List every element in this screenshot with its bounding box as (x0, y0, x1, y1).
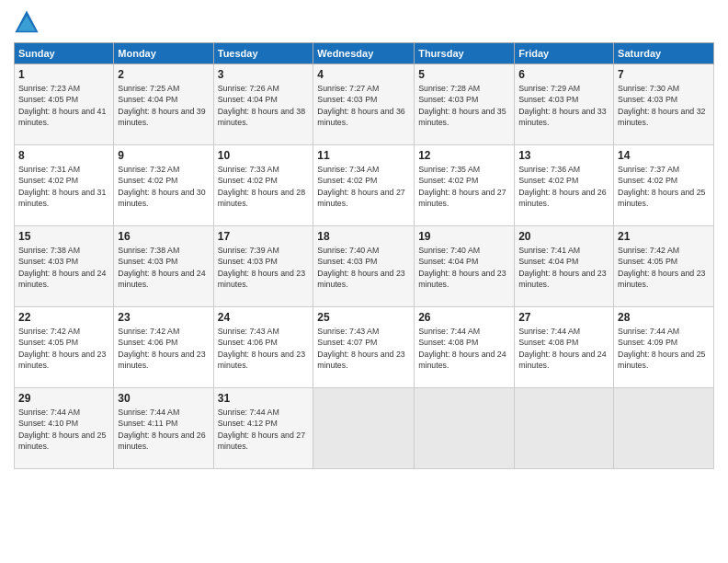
day-number: 8 (18, 149, 109, 162)
day-info: Sunrise: 7:42 AM Sunset: 4:06 PM Dayligh… (118, 326, 209, 371)
calendar-week-row: 8 Sunrise: 7:31 AM Sunset: 4:02 PM Dayli… (15, 145, 714, 226)
day-number: 25 (317, 311, 410, 324)
day-info: Sunrise: 7:38 AM Sunset: 4:03 PM Dayligh… (118, 245, 209, 290)
calendar-day-cell: 6 Sunrise: 7:29 AM Sunset: 4:03 PM Dayli… (515, 64, 614, 145)
weekday-header: Tuesday (213, 43, 313, 64)
calendar-day-cell: 11 Sunrise: 7:34 AM Sunset: 4:02 PM Dayl… (313, 145, 415, 226)
calendar-day-cell: 17 Sunrise: 7:39 AM Sunset: 4:03 PM Dayl… (213, 226, 313, 307)
day-info: Sunrise: 7:27 AM Sunset: 4:03 PM Dayligh… (317, 83, 410, 128)
day-info: Sunrise: 7:34 AM Sunset: 4:02 PM Dayligh… (317, 164, 410, 209)
calendar-day-cell: 30 Sunrise: 7:44 AM Sunset: 4:11 PM Dayl… (114, 388, 213, 469)
day-number: 9 (118, 149, 209, 162)
header (14, 9, 714, 35)
calendar-day-cell (614, 388, 714, 469)
weekday-header: Monday (114, 43, 213, 64)
day-number: 6 (518, 68, 609, 81)
day-number: 10 (218, 149, 310, 162)
day-number: 20 (518, 230, 609, 243)
calendar-week-row: 22 Sunrise: 7:42 AM Sunset: 4:05 PM Dayl… (15, 307, 714, 388)
day-number: 28 (618, 311, 710, 324)
calendar-day-cell: 22 Sunrise: 7:42 AM Sunset: 4:05 PM Dayl… (15, 307, 114, 388)
day-number: 23 (118, 311, 209, 324)
day-info: Sunrise: 7:33 AM Sunset: 4:02 PM Dayligh… (218, 164, 310, 209)
calendar-day-cell (415, 388, 515, 469)
day-number: 15 (18, 230, 109, 243)
day-info: Sunrise: 7:44 AM Sunset: 4:09 PM Dayligh… (618, 326, 710, 371)
day-info: Sunrise: 7:28 AM Sunset: 4:03 PM Dayligh… (418, 83, 510, 128)
calendar-day-cell: 7 Sunrise: 7:30 AM Sunset: 4:03 PM Dayli… (614, 64, 714, 145)
calendar-day-cell: 26 Sunrise: 7:44 AM Sunset: 4:08 PM Dayl… (415, 307, 515, 388)
calendar-day-cell: 10 Sunrise: 7:33 AM Sunset: 4:02 PM Dayl… (213, 145, 313, 226)
calendar-day-cell: 4 Sunrise: 7:27 AM Sunset: 4:03 PM Dayli… (313, 64, 415, 145)
day-number: 12 (418, 149, 510, 162)
day-number: 26 (418, 311, 510, 324)
calendar-day-cell: 28 Sunrise: 7:44 AM Sunset: 4:09 PM Dayl… (614, 307, 714, 388)
day-number: 21 (618, 230, 710, 243)
weekday-header: Thursday (415, 43, 515, 64)
calendar-day-cell: 1 Sunrise: 7:23 AM Sunset: 4:05 PM Dayli… (15, 64, 114, 145)
weekday-header: Friday (515, 43, 614, 64)
day-info: Sunrise: 7:40 AM Sunset: 4:04 PM Dayligh… (418, 245, 510, 290)
calendar-day-cell: 9 Sunrise: 7:32 AM Sunset: 4:02 PM Dayli… (114, 145, 213, 226)
calendar-day-cell (313, 388, 415, 469)
calendar-day-cell: 23 Sunrise: 7:42 AM Sunset: 4:06 PM Dayl… (114, 307, 213, 388)
page: SundayMondayTuesdayWednesdayThursdayFrid… (0, 0, 728, 563)
day-number: 31 (218, 392, 310, 405)
day-info: Sunrise: 7:30 AM Sunset: 4:03 PM Dayligh… (618, 83, 710, 128)
calendar-week-row: 15 Sunrise: 7:38 AM Sunset: 4:03 PM Dayl… (15, 226, 714, 307)
day-info: Sunrise: 7:44 AM Sunset: 4:10 PM Dayligh… (18, 407, 109, 452)
weekday-header: Saturday (614, 43, 714, 64)
day-number: 4 (317, 68, 410, 81)
calendar-day-cell: 20 Sunrise: 7:41 AM Sunset: 4:04 PM Dayl… (515, 226, 614, 307)
day-info: Sunrise: 7:43 AM Sunset: 4:06 PM Dayligh… (218, 326, 310, 371)
day-number: 14 (618, 149, 710, 162)
calendar-day-cell: 25 Sunrise: 7:43 AM Sunset: 4:07 PM Dayl… (313, 307, 415, 388)
day-info: Sunrise: 7:36 AM Sunset: 4:02 PM Dayligh… (518, 164, 609, 209)
day-info: Sunrise: 7:25 AM Sunset: 4:04 PM Dayligh… (118, 83, 209, 128)
day-info: Sunrise: 7:23 AM Sunset: 4:05 PM Dayligh… (18, 83, 109, 128)
calendar-day-cell (515, 388, 614, 469)
calendar-week-row: 29 Sunrise: 7:44 AM Sunset: 4:10 PM Dayl… (15, 388, 714, 469)
day-info: Sunrise: 7:39 AM Sunset: 4:03 PM Dayligh… (218, 245, 310, 290)
day-info: Sunrise: 7:42 AM Sunset: 4:05 PM Dayligh… (618, 245, 710, 290)
day-number: 3 (218, 68, 310, 81)
day-info: Sunrise: 7:44 AM Sunset: 4:08 PM Dayligh… (418, 326, 510, 371)
calendar-day-cell: 3 Sunrise: 7:26 AM Sunset: 4:04 PM Dayli… (213, 64, 313, 145)
day-number: 24 (218, 311, 310, 324)
weekday-header: Wednesday (313, 43, 415, 64)
day-info: Sunrise: 7:26 AM Sunset: 4:04 PM Dayligh… (218, 83, 310, 128)
calendar-day-cell: 16 Sunrise: 7:38 AM Sunset: 4:03 PM Dayl… (114, 226, 213, 307)
day-number: 19 (418, 230, 510, 243)
calendar-day-cell: 8 Sunrise: 7:31 AM Sunset: 4:02 PM Dayli… (15, 145, 114, 226)
day-info: Sunrise: 7:40 AM Sunset: 4:03 PM Dayligh… (317, 245, 410, 290)
calendar-day-cell: 29 Sunrise: 7:44 AM Sunset: 4:10 PM Dayl… (15, 388, 114, 469)
day-number: 27 (518, 311, 609, 324)
day-info: Sunrise: 7:32 AM Sunset: 4:02 PM Dayligh… (118, 164, 209, 209)
day-number: 18 (317, 230, 410, 243)
day-number: 1 (18, 68, 109, 81)
day-info: Sunrise: 7:35 AM Sunset: 4:02 PM Dayligh… (418, 164, 510, 209)
calendar-day-cell: 19 Sunrise: 7:40 AM Sunset: 4:04 PM Dayl… (415, 226, 515, 307)
calendar-day-cell: 18 Sunrise: 7:40 AM Sunset: 4:03 PM Dayl… (313, 226, 415, 307)
day-info: Sunrise: 7:29 AM Sunset: 4:03 PM Dayligh… (518, 83, 609, 128)
day-info: Sunrise: 7:44 AM Sunset: 4:11 PM Dayligh… (118, 407, 209, 452)
calendar-day-cell: 27 Sunrise: 7:44 AM Sunset: 4:08 PM Dayl… (515, 307, 614, 388)
calendar-day-cell: 31 Sunrise: 7:44 AM Sunset: 4:12 PM Dayl… (213, 388, 313, 469)
day-number: 7 (618, 68, 710, 81)
day-number: 2 (118, 68, 209, 81)
day-info: Sunrise: 7:37 AM Sunset: 4:02 PM Dayligh… (618, 164, 710, 209)
day-number: 30 (118, 392, 209, 405)
calendar-table: SundayMondayTuesdayWednesdayThursdayFrid… (14, 42, 714, 469)
day-number: 22 (18, 311, 109, 324)
calendar-day-cell: 12 Sunrise: 7:35 AM Sunset: 4:02 PM Dayl… (415, 145, 515, 226)
calendar-day-cell: 21 Sunrise: 7:42 AM Sunset: 4:05 PM Dayl… (614, 226, 714, 307)
day-info: Sunrise: 7:31 AM Sunset: 4:02 PM Dayligh… (18, 164, 109, 209)
weekday-header: Sunday (15, 43, 114, 64)
day-info: Sunrise: 7:38 AM Sunset: 4:03 PM Dayligh… (18, 245, 109, 290)
logo (14, 9, 43, 35)
calendar-week-row: 1 Sunrise: 7:23 AM Sunset: 4:05 PM Dayli… (15, 64, 714, 145)
day-info: Sunrise: 7:42 AM Sunset: 4:05 PM Dayligh… (18, 326, 109, 371)
day-number: 5 (418, 68, 510, 81)
day-number: 13 (518, 149, 609, 162)
day-info: Sunrise: 7:44 AM Sunset: 4:08 PM Dayligh… (518, 326, 609, 371)
